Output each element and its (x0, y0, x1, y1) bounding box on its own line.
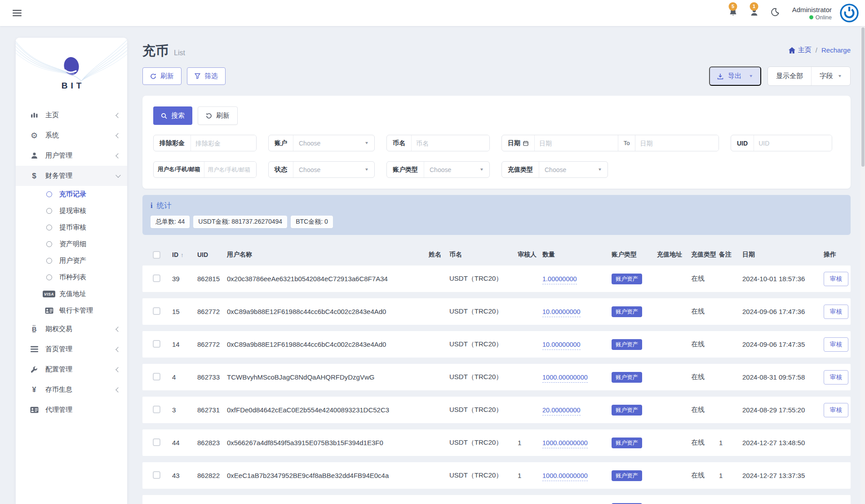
notification-bell-button[interactable]: 5 (727, 6, 740, 21)
column-header[interactable]: 数量 (542, 251, 612, 259)
amount-link[interactable]: 1000.00000000 (542, 374, 588, 383)
sidebar-item[interactable]: $ 财务管理 (16, 166, 127, 186)
cell-id: 15 (172, 308, 197, 315)
column-header[interactable]: 币名 (449, 251, 518, 259)
audit-button[interactable]: 审核 (824, 403, 848, 417)
sidebar-subitem[interactable]: 提现审核 (16, 203, 127, 219)
cell-username: 0xfFDe0d84642cEaC0E2b554e42400893231DC52… (227, 406, 429, 414)
account-type-badge: 账户资产 (612, 372, 642, 383)
column-header[interactable]: 账户类型 (612, 251, 657, 259)
amount-link[interactable]: 1.00000000 (542, 275, 577, 284)
sidebar-subitem[interactable]: 用户资产 (16, 252, 127, 269)
sidebar-item[interactable]: 代理管理 (16, 400, 127, 420)
display-options-group: 显示全部 字段 ▼ (767, 66, 851, 86)
select-all-checkbox[interactable] (153, 251, 160, 259)
scrollbar-thumb[interactable] (861, 27, 865, 167)
display-all-button[interactable]: 显示全部 (768, 67, 811, 85)
user-status: Online (816, 14, 832, 21)
column-header[interactable]: 备注 (719, 251, 742, 259)
table-row: 3 862731 0xfFDe0d84642cEaC0E2b554e424008… (142, 397, 851, 423)
avatar[interactable] (840, 4, 859, 22)
search-button[interactable]: 搜索 (153, 106, 192, 125)
column-header[interactable]: ID↑ (172, 251, 197, 258)
filter-select[interactable]: Choose ▼ (293, 135, 374, 151)
audit-button[interactable]: 审核 (824, 305, 848, 319)
logo-mark-icon (16, 54, 127, 79)
sidebar-subitem[interactable]: VISA 充值地址 (16, 286, 127, 302)
export-button[interactable]: 导出 ▼ (709, 66, 761, 86)
amount-link[interactable]: 10.00000000 (542, 341, 581, 350)
row-checkbox[interactable] (153, 471, 160, 479)
notification-user-button[interactable]: 1 (748, 6, 761, 21)
sidebar-item[interactable]: B 期权交易 (16, 319, 127, 339)
column-header[interactable]: UID (197, 251, 227, 258)
filter-button[interactable]: 筛选 (187, 67, 226, 85)
sidebar-subitem[interactable]: 资产明细 (16, 236, 127, 252)
column-header[interactable]: 姓名 (429, 251, 449, 259)
column-header[interactable]: 充值类型 (691, 251, 719, 259)
cell-uid: 862822 (197, 472, 227, 479)
row-checkbox[interactable] (153, 438, 160, 446)
audit-button[interactable]: 审核 (824, 272, 848, 286)
filter-select[interactable]: Choose ▼ (424, 162, 489, 177)
filter-field: 币名 (386, 135, 490, 151)
column-header[interactable]: 日期 (742, 251, 824, 259)
hamburger-menu-icon[interactable] (13, 8, 22, 18)
page-scrollbar[interactable] (861, 26, 865, 504)
main-content: 充币 List 主页 / Recharge 刷新 筛选 (142, 38, 851, 504)
date-to-input[interactable] (635, 135, 719, 151)
breadcrumb-home-link[interactable]: 主页 (789, 46, 812, 54)
row-checkbox[interactable] (153, 340, 160, 348)
fields-dropdown-button[interactable]: 字段 ▼ (811, 67, 850, 85)
sidebar-subitem[interactable]: 提币审核 (16, 219, 127, 236)
filter-select[interactable]: Choose ▼ (539, 162, 608, 177)
circle-icon (44, 191, 54, 197)
circle-icon (44, 225, 54, 230)
sort-up-icon[interactable]: ↑ (181, 252, 184, 258)
refresh-button[interactable]: 刷新 (142, 67, 182, 85)
sidebar-item[interactable]: ¥ 存币生息 (16, 380, 127, 400)
stats-pills: 总单数: 44 USDT金额: 881737.26270494 BTC金额: 0 (151, 216, 843, 228)
sidebar-item[interactable]: 用户管理 (16, 146, 127, 166)
column-header[interactable]: 用户名称 (227, 251, 429, 259)
sidebar-subitem[interactable]: 银行卡管理 (16, 302, 127, 319)
cell-id: 44 (172, 439, 197, 447)
column-header[interactable]: 审核人 (518, 251, 542, 259)
audit-button[interactable]: 审核 (824, 337, 848, 352)
theme-toggle-button[interactable] (769, 6, 781, 20)
column-header[interactable]: 操作 (824, 251, 851, 259)
row-checkbox[interactable] (153, 274, 160, 282)
filter-input[interactable] (191, 135, 256, 151)
cell-username: 0xEeC1aB7b2347952BE9c4f8aBBe32dd4FB94E0c… (227, 472, 429, 479)
sidebar-menu: 主页 ⚙ 系统 用户管理 $ 财务管理 充币记录 提现审核 提币审核 (16, 105, 127, 420)
cell-date: 2024-10-01 18:57:36 (742, 275, 824, 283)
filter-input[interactable] (411, 135, 489, 151)
filter-input[interactable] (204, 162, 256, 177)
filter-select[interactable]: Choose ▼ (293, 162, 374, 177)
date-from-input[interactable] (534, 135, 618, 151)
amount-link[interactable]: 10.00000000 (542, 308, 581, 317)
sidebar-item[interactable]: 首页管理 (16, 339, 127, 359)
row-checkbox[interactable] (153, 373, 160, 380)
chevron-down-icon: ▼ (749, 74, 753, 78)
breadcrumb-current-link[interactable]: Recharge (821, 46, 851, 54)
user-menu[interactable]: Administrator Online (792, 6, 832, 21)
chevron-left-icon (115, 367, 120, 372)
sidebar-item[interactable]: 配置管理 (16, 359, 127, 380)
chevron-left-icon (115, 153, 120, 158)
reset-button[interactable]: 刷新 (198, 106, 238, 125)
row-checkbox[interactable] (153, 406, 160, 413)
amount-link[interactable]: 1000.00000000 (542, 472, 588, 481)
amount-link[interactable]: 1000.00000000 (542, 439, 588, 448)
column-header[interactable]: 充值地址 (657, 251, 691, 259)
sidebar-subitem[interactable]: 充币记录 (16, 186, 127, 203)
audit-button[interactable]: 审核 (824, 370, 848, 385)
amount-link[interactable]: 20.00000000 (542, 407, 581, 416)
sidebar-item[interactable]: 主页 (16, 105, 127, 125)
filter-input[interactable] (754, 135, 832, 151)
sidebar-subitem[interactable]: 币种列表 (16, 269, 127, 286)
circle-icon (44, 258, 54, 264)
cell-uid: 862772 (197, 340, 227, 348)
row-checkbox[interactable] (153, 307, 160, 315)
sidebar-item[interactable]: ⚙ 系统 (16, 125, 127, 146)
